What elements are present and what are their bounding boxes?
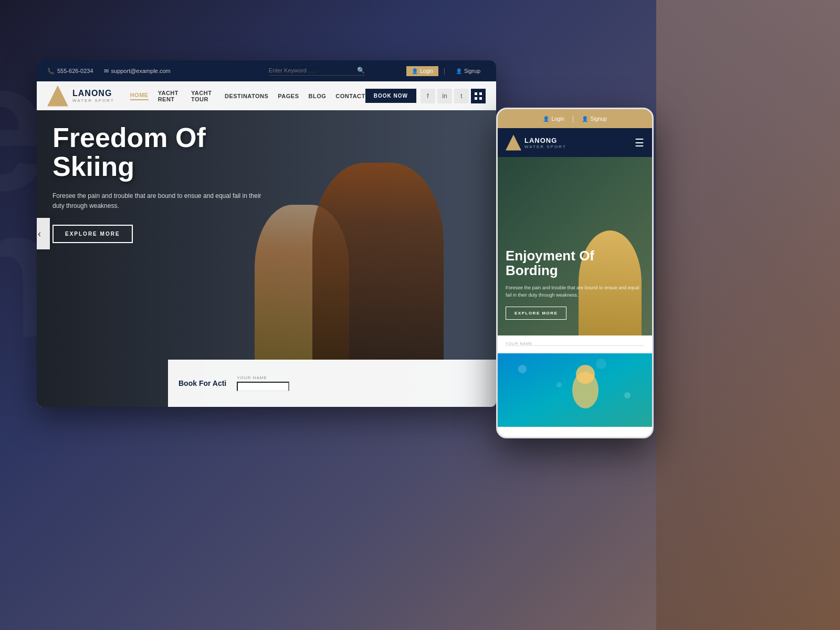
login-button[interactable]: 👤 Login [406, 66, 438, 76]
mobile-top-auth: 👤 Login | 👤 Signup [498, 109, 652, 128]
hero-person-1 [312, 163, 444, 362]
login-label: Login [420, 68, 433, 74]
hero-title: Freedom Of Skiing [52, 123, 273, 181]
mobile-hero-content: Enjoyment Of Bording Foresee the pain an… [506, 248, 644, 320]
phone-number: 555-626-0234 [57, 68, 93, 74]
book-strip-title: Book For Acti [178, 379, 226, 387]
hamburger-menu[interactable]: ☰ [635, 136, 644, 149]
nav-link-pages[interactable]: PAGES [278, 93, 299, 99]
top-bar-search: 🔍 [227, 67, 406, 76]
nav-link-blog[interactable]: BLOG [309, 93, 327, 99]
book-name-field: YOUR NAME [237, 375, 289, 391]
mobile-login-label: Login [551, 116, 564, 122]
mobile-mockup: 👤 Login | 👤 Signup LANONG WATER SPORT ☰ [496, 108, 654, 438]
mobile-book-strip: YOUR NAME [498, 335, 652, 353]
svg-point-5 [518, 365, 527, 373]
logo-name: LANONG [72, 89, 114, 98]
social-icons: f in t [421, 89, 486, 103]
email-icon: ✉ [104, 68, 109, 75]
prev-arrow[interactable]: ‹ [37, 218, 50, 249]
logo-sub: WATER SPORT [72, 98, 114, 103]
hero-content: Freedom Of Skiing Foresee the pain and t… [52, 123, 273, 243]
svg-point-10 [576, 365, 595, 384]
background-person-right [656, 0, 840, 630]
nav-bar: LANONG WATER SPORT HOME YACHT RENT YACHT… [37, 81, 496, 110]
search-input[interactable] [269, 67, 353, 74]
mobile-book-name-field: YOUR NAME [506, 342, 644, 346]
mobile-user-icon: 👤 [543, 116, 549, 122]
book-field-label: YOUR NAME [237, 375, 289, 380]
nav-link-contact[interactable]: CONTACT [335, 93, 365, 99]
svg-rect-2 [475, 97, 477, 100]
email-address: support@example.com [111, 68, 171, 74]
browser-mockup: 📞 555-626-0234 ✉ support@example.com 🔍 👤… [37, 60, 496, 407]
book-name-input[interactable] [237, 382, 289, 391]
logo: LANONG WATER SPORT [47, 86, 114, 107]
mobile-underwater-image [498, 353, 652, 427]
nav-link-home[interactable]: HOME [130, 92, 149, 100]
search-icon: 🔍 [357, 67, 365, 74]
mobile-logo-icon [506, 135, 521, 151]
svg-rect-1 [479, 92, 482, 95]
book-strip: Book For Acti YOUR NAME [168, 360, 496, 407]
nav-link-yacht-tour[interactable]: YACHT TOUR [191, 90, 215, 102]
chevron-left-icon: ‹ [38, 228, 41, 239]
mobile-bottom-section [498, 353, 652, 427]
mobile-logo-text: LANONG WATER SPORT [524, 136, 566, 149]
svg-point-6 [556, 382, 562, 387]
grid-icon[interactable] [471, 89, 486, 103]
phone-icon: 📞 [47, 68, 55, 75]
book-now-button[interactable]: BOOK NOW [365, 89, 416, 103]
signup-button[interactable]: 👤 Signup [450, 66, 486, 76]
nav-links: HOME YACHT RENT YACHT TOUR DESTINATONS P… [130, 90, 365, 102]
search-wrap[interactable]: 🔍 [269, 67, 365, 76]
svg-point-7 [596, 359, 606, 369]
mobile-explore-button[interactable]: EXPLORE MORE [506, 307, 566, 320]
mobile-signup-label: Signup [590, 116, 606, 122]
desktop-site: 📞 555-626-0234 ✉ support@example.com 🔍 👤… [37, 60, 496, 407]
linkedin-icon[interactable]: in [437, 89, 452, 103]
mobile-logo: LANONG WATER SPORT [506, 135, 635, 151]
phone-info: 📞 555-626-0234 [47, 68, 93, 75]
nav-link-destinations[interactable]: DESTINATONS [225, 93, 268, 99]
signup-user-icon: 👤 [456, 68, 462, 74]
top-bar-auth: 👤 Login | 👤 Signup [406, 66, 486, 76]
logo-text: LANONG WATER SPORT [72, 89, 114, 103]
mobile-hero: Enjoyment Of Bording Foresee the pain an… [498, 157, 652, 335]
facebook-icon[interactable]: f [421, 89, 435, 103]
mobile-hero-title: Enjoyment Of Bording [506, 248, 644, 278]
mobile-signup-button[interactable]: 👤 Signup [582, 116, 606, 122]
mobile-book-label: YOUR NAME [506, 342, 644, 345]
auth-separator: | [444, 67, 445, 75]
signup-label: Signup [464, 68, 480, 74]
nav-actions: BOOK NOW f in t [365, 89, 486, 103]
svg-rect-0 [475, 92, 477, 95]
twitter-icon[interactable]: t [454, 89, 469, 103]
email-info: ✉ support@example.com [104, 68, 171, 75]
mobile-site: 👤 Login | 👤 Signup LANONG WATER SPORT ☰ [498, 109, 652, 437]
mobile-nav: LANONG WATER SPORT ☰ [498, 128, 652, 157]
nav-link-yacht-rent[interactable]: YACHT RENT [158, 90, 182, 102]
mobile-logo-name: LANONG [524, 136, 566, 144]
logo-icon [47, 86, 68, 107]
svg-rect-3 [479, 97, 482, 100]
mobile-hero-subtitle: Foresee the pain and trouble that are bo… [506, 285, 644, 299]
mobile-signup-icon: 👤 [582, 116, 588, 122]
explore-more-button[interactable]: EXPLORE MORE [52, 225, 133, 243]
top-bar: 📞 555-626-0234 ✉ support@example.com 🔍 👤… [37, 60, 496, 81]
mobile-login-button[interactable]: 👤 Login [543, 116, 564, 122]
top-bar-contact-info: 📞 555-626-0234 ✉ support@example.com [47, 68, 227, 75]
svg-point-8 [624, 392, 631, 398]
hero-subtitle: Foresee the pain and trouble that are bo… [52, 191, 273, 211]
mobile-auth-separator: | [572, 114, 574, 123]
mobile-logo-sub: WATER SPORT [524, 144, 566, 149]
user-icon: 👤 [412, 68, 418, 74]
